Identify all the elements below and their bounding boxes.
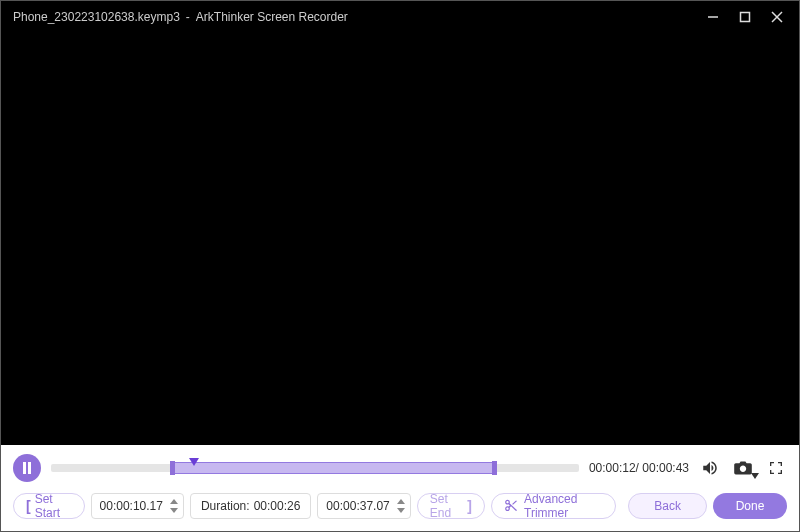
current-time: 00:00:12	[589, 461, 636, 475]
window-controls	[699, 5, 791, 29]
duration-value: 00:00:26	[254, 499, 301, 513]
svg-marker-7	[751, 473, 759, 479]
end-time-up[interactable]	[396, 498, 406, 506]
trim-row: [ Set Start 00:00:10.17 Duration:00:00:2…	[1, 487, 799, 531]
minimize-button[interactable]	[699, 5, 727, 29]
playhead[interactable]	[189, 454, 199, 464]
start-time-value: 00:00:10.17	[100, 499, 163, 513]
video-preview[interactable]	[1, 33, 799, 445]
titlebar: Phone_230223102638.keymp3 - ArkThinker S…	[1, 1, 799, 33]
svg-marker-8	[170, 499, 178, 504]
duration-display: Duration:00:00:26	[190, 493, 311, 519]
svg-marker-6	[189, 458, 199, 466]
advanced-trimmer-label: Advanced Trimmer	[524, 492, 603, 520]
timeline[interactable]	[51, 458, 579, 478]
set-start-button[interactable]: [ Set Start	[13, 493, 85, 519]
done-button[interactable]: Done	[713, 493, 787, 519]
bracket-close-icon: ]	[467, 498, 472, 514]
fullscreen-icon[interactable]	[765, 457, 787, 479]
set-end-button[interactable]: Set End ]	[417, 493, 485, 519]
start-time-down[interactable]	[169, 507, 179, 515]
advanced-trimmer-button[interactable]: Advanced Trimmer	[491, 493, 616, 519]
svg-rect-1	[741, 13, 750, 22]
snapshot-icon[interactable]	[729, 457, 757, 479]
scissors-icon	[504, 499, 518, 513]
playback-row: 00:00:12/ 00:00:43	[1, 445, 799, 487]
svg-marker-10	[397, 499, 405, 504]
svg-marker-11	[397, 508, 405, 513]
title-sep: -	[186, 10, 190, 24]
volume-icon[interactable]	[699, 457, 721, 479]
end-time-down[interactable]	[396, 507, 406, 515]
selection-start-handle[interactable]	[170, 461, 175, 475]
back-label: Back	[654, 499, 681, 513]
maximize-button[interactable]	[731, 5, 759, 29]
svg-marker-9	[170, 508, 178, 513]
start-time-input[interactable]: 00:00:10.17	[91, 493, 184, 519]
playback-tools	[699, 457, 787, 479]
controls-panel: 00:00:12/ 00:00:43 [ Set Start 00:00:10.…	[1, 445, 799, 531]
bracket-open-icon: [	[26, 498, 31, 514]
svg-rect-4	[23, 462, 26, 474]
back-button[interactable]: Back	[628, 493, 707, 519]
done-label: Done	[736, 499, 765, 513]
set-end-label: Set End	[430, 492, 464, 520]
timeline-selection[interactable]	[172, 462, 494, 474]
svg-rect-5	[28, 462, 31, 474]
duration-label: Duration:	[201, 499, 250, 513]
set-start-label: Set Start	[35, 492, 72, 520]
window-title: Phone_230223102638.keymp3 - ArkThinker S…	[13, 10, 348, 24]
time-display: 00:00:12/ 00:00:43	[589, 461, 689, 475]
selection-end-handle[interactable]	[492, 461, 497, 475]
start-time-up[interactable]	[169, 498, 179, 506]
total-time: 00:00:43	[642, 461, 689, 475]
end-time-value: 00:00:37.07	[326, 499, 389, 513]
start-time-spinner	[169, 498, 179, 515]
title-app: ArkThinker Screen Recorder	[196, 10, 348, 24]
end-time-spinner	[396, 498, 406, 515]
title-filename: Phone_230223102638.keymp3	[13, 10, 180, 24]
pause-button[interactable]	[13, 454, 41, 482]
end-time-input[interactable]: 00:00:37.07	[317, 493, 410, 519]
close-button[interactable]	[763, 5, 791, 29]
